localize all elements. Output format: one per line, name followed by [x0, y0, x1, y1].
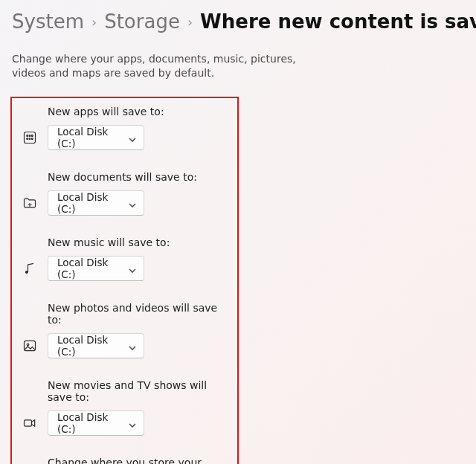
setting-apps: New apps will save to: Local Disk (C:)	[13, 106, 230, 150]
setting-photos: New photos and videos will save to: Loca…	[13, 302, 230, 358]
dropdown-value: Local Disk (C:)	[57, 257, 129, 280]
svg-rect-3	[32, 135, 33, 136]
svg-rect-4	[27, 138, 28, 140]
photos-location-dropdown[interactable]: Local Disk (C:)	[48, 333, 144, 358]
setting-label: Change where you store your offline maps	[48, 457, 230, 464]
breadcrumb-system[interactable]: System	[12, 10, 84, 33]
setting-label: New photos and videos will save to:	[48, 302, 230, 326]
svg-rect-0	[25, 132, 36, 143]
svg-rect-2	[29, 135, 30, 136]
documents-location-dropdown[interactable]: Local Disk (C:)	[48, 190, 144, 216]
breadcrumb: System › Storage › Where new content is …	[12, 10, 464, 33]
dropdown-value: Local Disk (C:)	[57, 334, 129, 358]
setting-label: New documents will save to:	[48, 171, 230, 183]
setting-label: New music will save to:	[48, 236, 230, 248]
folder-icon	[13, 190, 46, 216]
video-icon	[13, 410, 46, 436]
svg-rect-5	[29, 138, 30, 140]
movies-location-dropdown[interactable]: Local Disk (C:)	[48, 410, 144, 436]
apps-location-dropdown[interactable]: Local Disk (C:)	[48, 125, 144, 150]
picture-icon	[13, 333, 46, 358]
setting-documents: New documents will save to: Local Disk (…	[13, 171, 230, 216]
chevron-down-icon	[129, 134, 136, 141]
chevron-right-icon: ›	[187, 14, 193, 30]
setting-label: New apps will save to:	[48, 106, 230, 117]
page-subtitle: Change where your apps, documents, music…	[12, 52, 324, 80]
dropdown-value: Local Disk (C:)	[57, 126, 129, 149]
apps-icon	[13, 125, 46, 150]
svg-rect-6	[32, 138, 33, 140]
page-title: Where new content is saved	[200, 10, 476, 33]
svg-rect-8	[25, 341, 36, 350]
svg-rect-1	[27, 135, 28, 136]
svg-point-7	[25, 271, 28, 274]
chevron-down-icon	[129, 199, 136, 207]
setting-label: New movies and TV shows will save to:	[48, 379, 230, 403]
chevron-down-icon	[129, 265, 136, 272]
music-location-dropdown[interactable]: Local Disk (C:)	[48, 256, 144, 281]
chevron-right-icon: ›	[91, 14, 97, 30]
svg-point-9	[27, 344, 29, 346]
setting-maps: Change where you store your offline maps…	[13, 457, 230, 464]
svg-rect-10	[25, 420, 32, 426]
breadcrumb-storage[interactable]: Storage	[104, 10, 180, 33]
setting-music: New music will save to: Local Disk (C:)	[13, 236, 230, 281]
chevron-down-icon	[129, 342, 136, 349]
music-note-icon	[13, 256, 46, 281]
settings-highlight: New apps will save to: Local Disk (C:) N…	[10, 97, 239, 464]
chevron-down-icon	[129, 419, 136, 427]
dropdown-value: Local Disk (C:)	[57, 191, 129, 215]
setting-movies: New movies and TV shows will save to: Lo…	[13, 379, 230, 436]
dropdown-value: Local Disk (C:)	[57, 411, 129, 435]
